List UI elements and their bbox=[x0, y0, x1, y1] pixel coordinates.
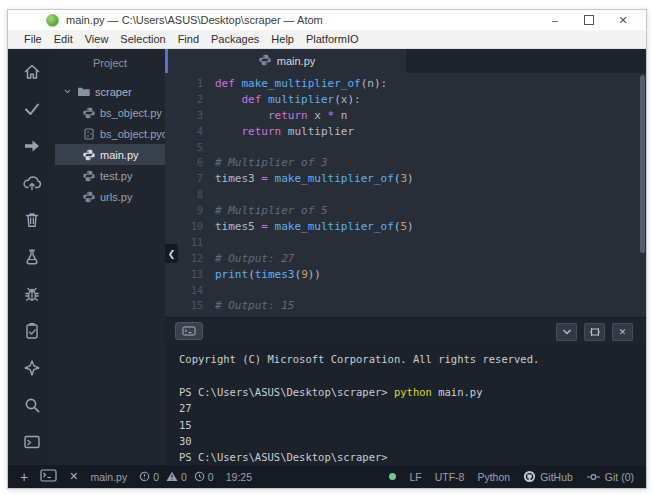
tree-file-label: test.py bbox=[100, 170, 132, 182]
build-check-icon[interactable] bbox=[8, 90, 55, 127]
atom-logo-icon bbox=[46, 14, 59, 27]
tree-header: Project bbox=[55, 53, 165, 73]
menu-item-selection[interactable]: Selection bbox=[114, 33, 171, 45]
code-lines: 1def make_multiplier_of(n):2 def multipl… bbox=[165, 76, 646, 317]
code-line-13: 13print(times3(9)) bbox=[165, 267, 646, 283]
home-icon[interactable] bbox=[8, 53, 55, 90]
git-branch-icon bbox=[586, 472, 601, 482]
diagnostics-info: 0 bbox=[194, 471, 214, 483]
menu-item-help[interactable]: Help bbox=[265, 33, 300, 45]
line-number: 1 bbox=[165, 76, 215, 92]
check-clipboard-icon[interactable] bbox=[8, 312, 55, 349]
menu-item-edit[interactable]: Edit bbox=[48, 33, 79, 45]
menu-item-file[interactable]: File bbox=[18, 33, 48, 45]
terminal-output[interactable]: Copyright (C) Microsoft Corporation. All… bbox=[165, 344, 646, 465]
close-button[interactable]: ✕ bbox=[606, 10, 640, 30]
github-button[interactable]: GitHub bbox=[523, 470, 573, 483]
code-line-8: 8 bbox=[165, 187, 646, 203]
tree-view: Project scraper bs_object.py bs_object.p… bbox=[55, 49, 165, 465]
diagnostics-errors: 0 bbox=[139, 471, 159, 483]
tab-main-py[interactable]: main.py bbox=[168, 49, 406, 73]
github-icon bbox=[523, 470, 536, 483]
editor-scrollbar[interactable] bbox=[640, 75, 645, 253]
close-all-terminals-button[interactable]: ✕ bbox=[69, 470, 78, 483]
new-terminal-button[interactable]: + bbox=[20, 470, 28, 484]
tab-label: main.py bbox=[277, 55, 316, 67]
menu-item-view[interactable]: View bbox=[79, 33, 115, 45]
tree-folder-label: scraper bbox=[95, 86, 132, 98]
error-circle-icon bbox=[139, 471, 150, 482]
terminal-fullscreen-button[interactable] bbox=[584, 323, 605, 341]
terminal-line-1: Copyright (C) Microsoft Corporation. All… bbox=[179, 351, 646, 367]
code-line-12: 12# Output: 27 bbox=[165, 251, 646, 267]
tab-python-icon bbox=[259, 54, 271, 68]
line-number: 3 bbox=[165, 108, 215, 124]
terminal-header: ✕ bbox=[165, 317, 646, 344]
remote-icon[interactable] bbox=[8, 349, 55, 386]
warning-triangle-icon bbox=[166, 471, 178, 482]
line-number: 14 bbox=[165, 283, 215, 299]
upload-arrow-icon[interactable] bbox=[8, 127, 55, 164]
tab-bar: main.py bbox=[165, 49, 646, 73]
tree-file-bs_object.py[interactable]: bs_object.py bbox=[55, 102, 165, 123]
tree-folder-scraper[interactable]: scraper bbox=[55, 81, 165, 102]
grammar-indicator[interactable]: Python bbox=[477, 471, 510, 483]
diagnostics-warnings: 0 bbox=[166, 471, 187, 483]
tree-toggle-handle[interactable]: ❮ bbox=[165, 244, 178, 263]
diagnostics[interactable]: 0 0 0 bbox=[139, 471, 214, 483]
terminal-line-4: 27 bbox=[179, 400, 646, 416]
line-number: 4 bbox=[165, 124, 215, 140]
git-button[interactable]: Git (0) bbox=[586, 471, 634, 483]
menu-item-find[interactable]: Find bbox=[172, 33, 205, 45]
cloud-upload-icon[interactable] bbox=[8, 164, 55, 201]
code-line-1: 1def make_multiplier_of(n): bbox=[165, 76, 646, 92]
cursor-position[interactable]: 19:25 bbox=[226, 471, 252, 483]
search-icon[interactable] bbox=[8, 386, 55, 423]
line-number: 2 bbox=[165, 92, 215, 108]
code-line-7: 7times3 = make_multiplier_of(3) bbox=[165, 171, 646, 187]
debug-bug-icon[interactable] bbox=[8, 275, 55, 312]
terminal-icon[interactable] bbox=[8, 423, 55, 460]
line-number: 7 bbox=[165, 171, 215, 187]
code-line-3: 3 return x * n bbox=[165, 108, 646, 124]
code-editor[interactable]: 1def make_multiplier_of(n):2 def multipl… bbox=[165, 73, 646, 317]
info-clock-icon bbox=[194, 471, 205, 482]
editor-column: main.py 1def make_multiplier_of(n):2 def… bbox=[165, 49, 646, 465]
code-line-10: 10times5 = make_multiplier_of(5) bbox=[165, 219, 646, 235]
terminal-line-7: PS C:\Users\ASUS\Desktop\scraper> bbox=[179, 449, 646, 465]
python-file-icon bbox=[259, 54, 271, 66]
tree-file-urls.py[interactable]: urls.py bbox=[55, 186, 165, 207]
tree-file-test.py[interactable]: test.py bbox=[55, 165, 165, 186]
line-number: 8 bbox=[165, 187, 215, 203]
terminal-line-2 bbox=[179, 367, 646, 383]
clean-trash-icon[interactable] bbox=[8, 201, 55, 238]
tree-file-label: bs_object.py bbox=[100, 107, 162, 119]
terminal-status-badge[interactable] bbox=[175, 322, 203, 340]
statusbar-filename[interactable]: main.py bbox=[90, 471, 127, 483]
maximize-button[interactable] bbox=[572, 10, 606, 30]
platformio-dock bbox=[8, 49, 55, 465]
menu-bar: FileEditViewSelectionFindPackagesHelpPla… bbox=[8, 30, 646, 49]
code-line-4: 4 return multiplier bbox=[165, 124, 646, 140]
line-number: 6 bbox=[165, 155, 215, 171]
minimize-button[interactable]: – bbox=[538, 10, 572, 30]
terminal-line-5: 15 bbox=[179, 417, 646, 433]
terminal-close-button[interactable]: ✕ bbox=[612, 323, 633, 341]
terminal-list-button[interactable] bbox=[40, 469, 57, 484]
line-number: 13 bbox=[165, 267, 215, 283]
menu-item-platformio[interactable]: PlatformIO bbox=[300, 33, 365, 45]
terminal-collapse-button[interactable] bbox=[556, 323, 577, 341]
tree-file-main.py[interactable]: main.py bbox=[55, 144, 165, 165]
chevron-down-icon bbox=[63, 87, 72, 96]
tree-file-label: bs_object.pyc bbox=[100, 128, 165, 140]
line-ending-indicator[interactable]: LF bbox=[409, 471, 421, 483]
test-flask-icon[interactable] bbox=[8, 238, 55, 275]
menu-item-packages[interactable]: Packages bbox=[205, 33, 265, 45]
encoding-indicator[interactable]: UTF-8 bbox=[435, 471, 465, 483]
terminal-small-icon bbox=[40, 469, 57, 482]
code-line-14: 14 bbox=[165, 283, 646, 299]
tree-file-bs_object.pyc[interactable]: bs_object.pyc bbox=[55, 123, 165, 144]
binary-file-icon bbox=[83, 128, 95, 140]
maximize-icon bbox=[584, 15, 594, 25]
line-number: 10 bbox=[165, 219, 215, 235]
